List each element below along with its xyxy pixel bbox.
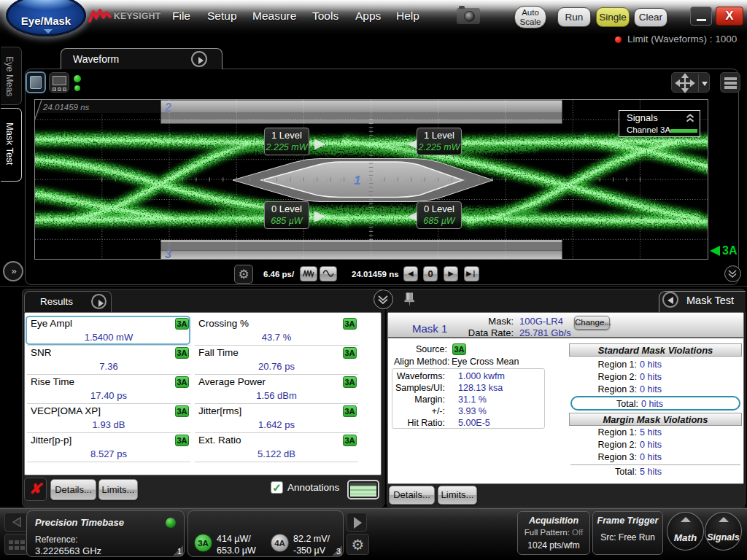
svg-text:24.01459 ns: 24.01459 ns (42, 103, 90, 112)
svg-text:3: 3 (165, 248, 171, 259)
svg-text:2: 2 (164, 101, 171, 114)
svg-text:1: 1 (354, 174, 360, 187)
